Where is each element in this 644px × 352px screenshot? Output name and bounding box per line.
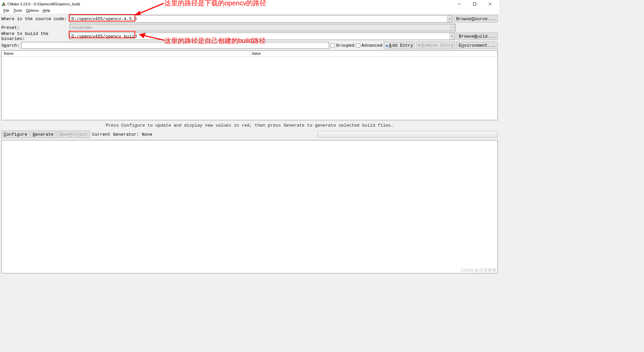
- preset-select: <custom>▾: [70, 24, 455, 31]
- close-button[interactable]: [482, 1, 498, 7]
- menu-help[interactable]: Help: [41, 8, 52, 12]
- menu-tools[interactable]: Tools: [11, 8, 24, 12]
- progress-bar: [317, 131, 498, 138]
- build-label: Where to build the binaries:: [1, 31, 68, 41]
- menubar: File Tools Options Help: [0, 7, 499, 14]
- advanced-checkbox[interactable]: Advanced: [356, 43, 382, 48]
- chevron-down-icon[interactable]: ▾: [449, 33, 455, 40]
- col-name[interactable]: Name: [2, 51, 250, 56]
- chevron-down-icon: ▾: [450, 24, 455, 31]
- remove-entry-button: ✖ Remove Entry: [416, 42, 455, 49]
- preset-label: Preset:: [1, 25, 68, 30]
- browse-build-button[interactable]: Browse Build...: [457, 33, 498, 40]
- search-label: Search:: [1, 43, 20, 48]
- maximize-button[interactable]: [467, 1, 482, 7]
- col-value[interactable]: Value: [250, 51, 497, 56]
- source-value: D:/opencv455/opencv-4.5.5: [71, 16, 137, 21]
- search-input[interactable]: [21, 42, 329, 49]
- chevron-down-icon[interactable]: ▾: [447, 15, 452, 22]
- app-icon: [1, 2, 6, 6]
- status-message: Press Configure to update and display ne…: [0, 121, 499, 130]
- preset-value: <custom>: [71, 25, 92, 30]
- build-input[interactable]: D:/opencv455/opencv_build▾: [70, 33, 455, 40]
- window-title: CMake 3.23.0 - D:/Opencv455/opencv_build: [7, 2, 80, 6]
- open-project-button: Open Project: [57, 131, 90, 138]
- build-value: D:/opencv455/opencv_build: [71, 34, 137, 39]
- source-label: Where is the source code:: [1, 16, 68, 21]
- output-pane[interactable]: [1, 140, 498, 273]
- browse-source-button[interactable]: Browse Source...: [454, 15, 498, 23]
- configure-button[interactable]: Configure: [1, 131, 30, 138]
- minus-icon: ✖: [418, 43, 421, 48]
- environment-button[interactable]: Environment...: [457, 42, 498, 49]
- add-entry-button[interactable]: ✚ Add Entry: [384, 42, 415, 49]
- current-generator-label: Current Generator: None: [92, 132, 152, 137]
- menu-file[interactable]: File: [1, 8, 11, 12]
- generate-button[interactable]: Generate: [30, 131, 56, 138]
- watermark: CSDN @乐安世家: [461, 267, 496, 273]
- plus-icon: ✚: [385, 43, 388, 48]
- grouped-checkbox[interactable]: Grouped: [330, 43, 355, 48]
- source-input[interactable]: D:/opencv455/opencv-4.5.5▾: [70, 15, 452, 23]
- menu-options[interactable]: Options: [24, 8, 41, 12]
- titlebar: CMake 3.23.0 - D:/Opencv455/opencv_build: [0, 0, 499, 7]
- minimize-button[interactable]: [451, 1, 467, 7]
- svg-rect-4: [473, 3, 476, 5]
- config-table[interactable]: Name Value: [1, 50, 498, 120]
- table-body: [2, 57, 497, 120]
